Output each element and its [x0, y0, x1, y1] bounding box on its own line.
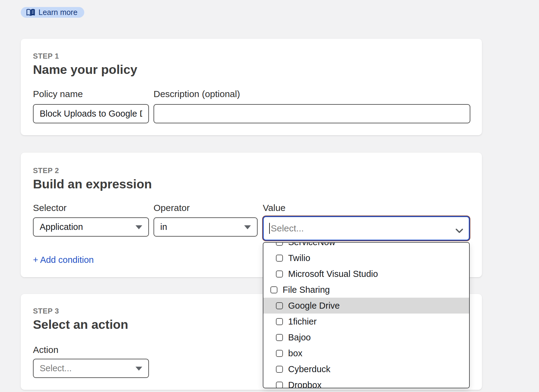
step2-title: Build an expression — [33, 177, 152, 191]
checkbox-icon[interactable] — [276, 242, 283, 246]
checkbox-icon[interactable] — [270, 286, 277, 293]
dropdown-option[interactable]: Twilio — [263, 250, 469, 266]
dropdown-option-label: Microsoft Visual Studio — [288, 269, 378, 279]
dropdown-option-label: ServiceNow — [288, 242, 335, 247]
step1-eyebrow: STEP 1 — [33, 52, 59, 60]
action-label: Action — [33, 344, 58, 355]
value-placeholder: Select... — [271, 223, 304, 234]
operator-label: Operator — [154, 202, 190, 213]
dropdown-option[interactable]: ServiceNow — [263, 242, 469, 250]
checkbox-icon[interactable] — [276, 382, 283, 389]
dropdown-option-label: Bajoo — [288, 332, 311, 343]
learn-more-button[interactable]: Learn more — [21, 7, 84, 18]
action-placeholder: Select... — [40, 363, 72, 373]
triangle-down-icon — [136, 225, 142, 229]
dropdown-option-label: 1fichier — [288, 317, 317, 327]
dropdown-option-label: Dropbox — [288, 380, 322, 389]
dropdown-option-label: Google Drive — [288, 301, 340, 311]
dropdown-option[interactable]: Bajoo — [263, 329, 469, 345]
description-input[interactable] — [154, 104, 470, 123]
chevron-down-icon — [455, 225, 463, 236]
dropdown-option[interactable]: Dropbox — [263, 377, 469, 388]
triangle-down-icon — [136, 367, 142, 371]
policy-builder-screen: Learn more STEP 1 Name your policy Polic… — [0, 0, 539, 392]
checkbox-icon[interactable] — [276, 334, 283, 341]
checkbox-icon[interactable] — [276, 350, 283, 357]
step3-eyebrow: STEP 3 — [33, 307, 59, 315]
description-label: Description (optional) — [154, 89, 240, 100]
checkbox-icon[interactable] — [276, 270, 283, 278]
checkbox-icon[interactable] — [276, 366, 283, 373]
checkbox-icon[interactable] — [276, 255, 283, 262]
selector-label: Selector — [33, 202, 67, 213]
learn-more-label: Learn more — [38, 7, 78, 18]
dropdown-option-label: File Sharing — [283, 285, 330, 295]
value-label: Value — [263, 202, 286, 213]
step3-title: Select an action — [33, 318, 128, 332]
selector-value: Application — [40, 222, 83, 232]
triangle-down-icon — [244, 225, 251, 229]
checkbox-icon[interactable] — [276, 318, 283, 325]
step2-eyebrow: STEP 2 — [33, 166, 59, 175]
step1-card: STEP 1 Name your policy Policy name Desc… — [21, 39, 482, 135]
selector-select[interactable]: Application — [33, 217, 149, 237]
application-dropdown: ServiceNow Twilio Microsoft Visual Studi… — [263, 242, 470, 388]
operator-value: in — [160, 222, 167, 232]
action-select[interactable]: Select... — [33, 359, 149, 378]
add-condition-link[interactable]: + Add condition — [33, 255, 94, 265]
operator-select[interactable]: in — [154, 217, 258, 237]
dropdown-option-label: box — [288, 348, 302, 358]
value-combobox[interactable]: Select... — [263, 216, 470, 241]
dropdown-option-label: Cyberduck — [288, 364, 331, 374]
step1-title: Name your policy — [33, 63, 137, 77]
dropdown-option[interactable]: Cyberduck — [263, 361, 469, 377]
application-dropdown-list: ServiceNow Twilio Microsoft Visual Studi… — [263, 242, 469, 388]
dropdown-option-label: Twilio — [288, 253, 310, 263]
book-open-icon — [26, 9, 35, 16]
checkbox-icon[interactable] — [276, 302, 283, 309]
dropdown-option[interactable]: box — [263, 345, 469, 361]
dropdown-option[interactable]: Microsoft Visual Studio — [263, 266, 469, 282]
policy-name-input[interactable] — [33, 104, 149, 123]
dropdown-option[interactable]: File Sharing — [263, 282, 469, 298]
dropdown-option[interactable]: Google Drive — [263, 298, 469, 314]
policy-name-label: Policy name — [33, 89, 83, 100]
dropdown-option[interactable]: 1fichier — [263, 314, 469, 329]
text-caret — [269, 223, 270, 234]
